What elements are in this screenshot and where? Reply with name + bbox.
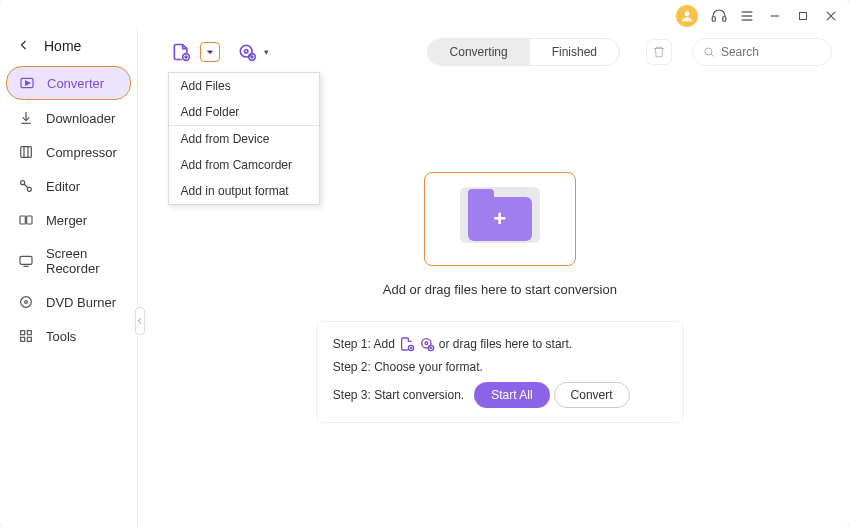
screen-recorder-icon [18, 253, 34, 269]
sidebar-item-label: Screen Recorder [46, 246, 119, 276]
folder-icon: + [468, 197, 532, 241]
svg-rect-12 [21, 147, 32, 158]
add-disc-icon[interactable] [419, 336, 435, 352]
svg-point-36 [705, 48, 712, 55]
chevron-down-icon[interactable]: ▾ [264, 47, 269, 57]
add-file-icon[interactable] [399, 336, 415, 352]
main-area: ▾ Converting Finished Add Files Add Fold… [138, 28, 850, 527]
svg-point-23 [25, 301, 28, 304]
support-icon[interactable] [710, 7, 728, 25]
add-menu-dropdown: Add Files Add Folder Add from Device Add… [168, 72, 320, 205]
tab-finished[interactable]: Finished [530, 39, 619, 65]
merger-icon [18, 212, 34, 228]
editor-icon [18, 178, 34, 194]
svg-point-31 [240, 45, 252, 57]
sidebar-item-label: DVD Burner [46, 295, 116, 310]
svg-point-22 [21, 297, 32, 308]
dvd-burner-icon [18, 294, 34, 310]
compressor-icon [18, 144, 34, 160]
svg-rect-1 [712, 17, 715, 22]
svg-point-42 [425, 342, 428, 345]
dd-add-folder[interactable]: Add Folder [169, 99, 319, 125]
svg-point-32 [244, 50, 247, 53]
sidebar-item-converter[interactable]: Converter [6, 66, 131, 100]
sidebar-item-label: Compressor [46, 145, 117, 160]
step-1-label-b: or drag files here to start. [439, 337, 572, 351]
tab-segment: Converting Finished [427, 38, 620, 66]
drop-frame[interactable]: + [424, 172, 576, 266]
body: Home Converter Downloader Compressor Ed [0, 28, 850, 527]
window-close[interactable] [822, 7, 840, 25]
svg-rect-19 [27, 216, 32, 224]
home-label[interactable]: Home [44, 38, 81, 54]
dd-add-from-camcorder[interactable]: Add from Camcorder [169, 152, 319, 178]
svg-point-0 [685, 11, 690, 16]
svg-rect-18 [20, 216, 25, 224]
svg-marker-11 [26, 81, 30, 85]
sidebar-item-tools[interactable]: Tools [6, 320, 131, 352]
step-2-label: Step 2: Choose your format. [333, 360, 483, 374]
titlebar [0, 0, 850, 28]
step-1: Step 1: Add or drag files here to start. [333, 336, 667, 352]
step-2: Step 2: Choose your format. [333, 360, 667, 374]
sidebar-header: Home [0, 38, 137, 66]
sidebar: Home Converter Downloader Compressor Ed [0, 28, 138, 527]
svg-line-37 [711, 54, 713, 56]
sidebar-item-merger[interactable]: Merger [6, 204, 131, 236]
back-icon[interactable] [18, 38, 30, 54]
sidebar-nav: Converter Downloader Compressor Editor M… [0, 66, 137, 352]
sidebar-item-dvd-burner[interactable]: DVD Burner [6, 286, 131, 318]
user-avatar[interactable] [676, 5, 698, 27]
app-window: Home Converter Downloader Compressor Ed [0, 0, 850, 527]
tab-converting[interactable]: Converting [428, 39, 530, 65]
sidebar-item-label: Downloader [46, 111, 115, 126]
converter-icon [19, 75, 35, 91]
drop-label: Add or drag files here to start conversi… [316, 282, 684, 297]
svg-rect-27 [27, 337, 31, 341]
add-disc-icon[interactable] [234, 39, 260, 65]
search-icon [703, 45, 715, 59]
svg-point-41 [422, 339, 431, 348]
step-3-label: Step 3: Start conversion. [333, 388, 464, 402]
svg-line-17 [24, 184, 28, 188]
sidebar-item-label: Tools [46, 329, 76, 344]
dd-add-from-device[interactable]: Add from Device [169, 125, 319, 152]
start-all-button[interactable]: Start All [474, 382, 549, 408]
svg-rect-26 [21, 337, 25, 341]
search-box[interactable] [692, 38, 832, 66]
sidebar-item-label: Merger [46, 213, 87, 228]
sidebar-item-compressor[interactable]: Compressor [6, 136, 131, 168]
toolbar: ▾ Converting Finished [168, 38, 832, 66]
svg-rect-25 [27, 331, 31, 335]
svg-rect-7 [800, 13, 807, 20]
step-3: Step 3: Start conversion. Start All Conv… [333, 382, 667, 408]
sidebar-item-label: Converter [47, 76, 104, 91]
tools-icon [18, 328, 34, 344]
search-input[interactable] [721, 45, 821, 59]
window-maximize[interactable] [794, 7, 812, 25]
add-file-dropdown-toggle[interactable] [200, 42, 220, 62]
dd-add-files[interactable]: Add Files [169, 73, 319, 99]
sidebar-item-label: Editor [46, 179, 80, 194]
svg-rect-24 [21, 331, 25, 335]
plus-icon: + [493, 206, 506, 232]
svg-rect-20 [20, 256, 32, 264]
steps-panel: Step 1: Add or drag files here to start.… [316, 321, 684, 423]
sidebar-item-downloader[interactable]: Downloader [6, 102, 131, 134]
dd-add-output-format[interactable]: Add in output format [169, 178, 319, 204]
convert-button[interactable]: Convert [554, 382, 630, 408]
svg-rect-2 [723, 17, 726, 22]
sidebar-item-editor[interactable]: Editor [6, 170, 131, 202]
step-1-label-a: Step 1: Add [333, 337, 395, 351]
add-file-icon[interactable] [168, 39, 194, 65]
trash-button[interactable] [646, 39, 672, 65]
window-minimize[interactable] [766, 7, 784, 25]
sidebar-item-screen-recorder[interactable]: Screen Recorder [6, 238, 131, 284]
menu-icon[interactable] [738, 7, 756, 25]
tab-label: Finished [552, 45, 597, 59]
toolbar-left: ▾ [168, 39, 269, 65]
drop-area: + Add or drag files here to start conver… [316, 172, 684, 297]
downloader-icon [18, 110, 34, 126]
tab-label: Converting [450, 45, 508, 59]
